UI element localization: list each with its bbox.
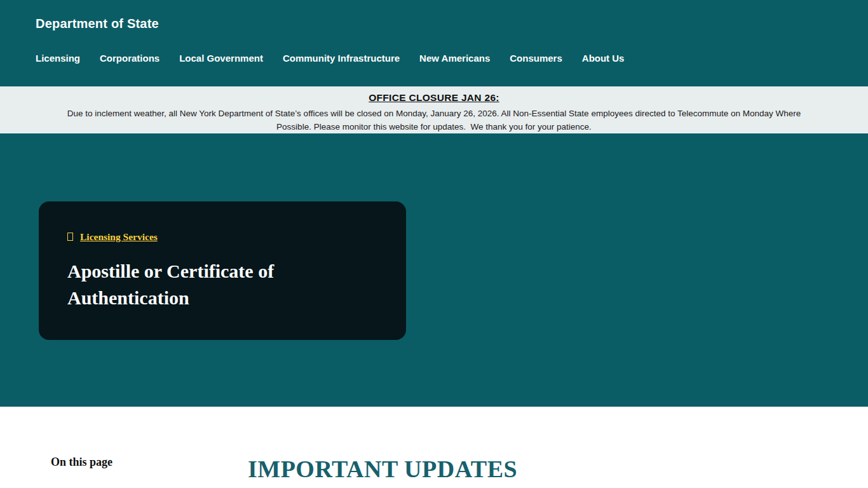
- site-header: Department of State Licensing Corporatio…: [0, 0, 868, 86]
- nav-item-consumers[interactable]: Consumers: [510, 53, 562, 64]
- alert-body: Due to inclement weather, all New York D…: [50, 107, 818, 133]
- alert-banner: OFFICE CLOSURE JAN 26: Due to inclement …: [0, 86, 868, 133]
- site-title-link[interactable]: Department of State: [36, 0, 159, 31]
- nav-item-community-infrastructure[interactable]: Community Infrastructure: [283, 53, 400, 64]
- hero-card: Licensing Services Apostille or Certific…: [39, 201, 406, 340]
- breadcrumb-box-icon: [67, 233, 73, 241]
- nav-item-new-americans[interactable]: New Americans: [419, 53, 490, 64]
- important-updates-heading: IMPORTANT UPDATES: [248, 455, 517, 483]
- main-nav: Licensing Corporations Local Government …: [36, 53, 868, 64]
- on-this-page-label: On this page: [51, 456, 112, 469]
- nav-item-corporations[interactable]: Corporations: [100, 53, 159, 64]
- lower-content: On this page IMPORTANT UPDATES: [0, 407, 868, 488]
- page: Department of State Licensing Corporatio…: [0, 0, 868, 488]
- nav-item-local-government[interactable]: Local Government: [179, 53, 263, 64]
- hero-section: Licensing Services Apostille or Certific…: [0, 133, 868, 407]
- nav-item-about-us[interactable]: About Us: [582, 53, 625, 64]
- breadcrumb: Licensing Services: [67, 231, 377, 243]
- alert-title: OFFICE CLOSURE JAN 26:: [369, 92, 499, 104]
- page-title: Apostille or Certificate of Authenticati…: [67, 258, 347, 311]
- nav-item-licensing[interactable]: Licensing: [36, 53, 80, 64]
- breadcrumb-licensing-services-link[interactable]: Licensing Services: [80, 231, 158, 243]
